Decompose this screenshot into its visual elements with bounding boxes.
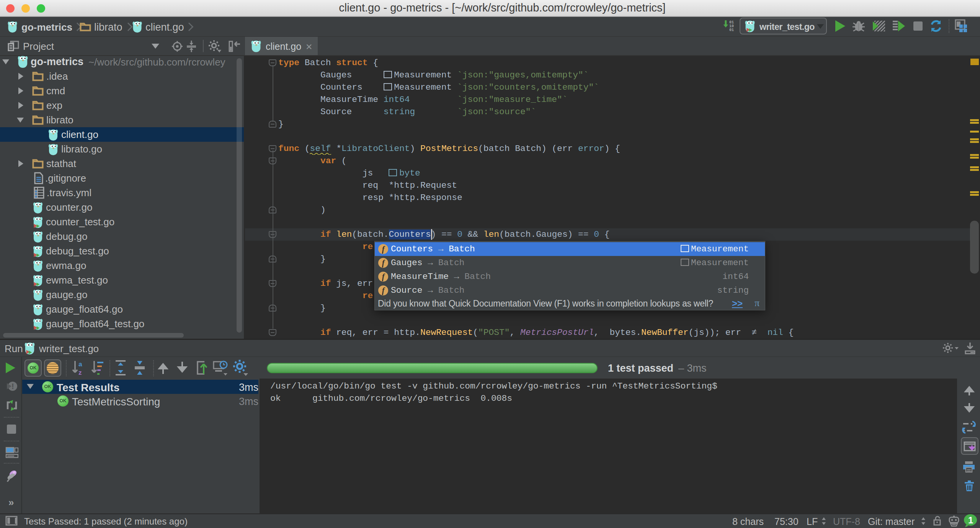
svg-text:01: 01: [729, 28, 734, 32]
svg-text:z: z: [78, 369, 82, 376]
svg-text:a: a: [78, 361, 82, 368]
svg-text:!: !: [11, 382, 14, 390]
svg-text:1: 1: [968, 515, 973, 525]
